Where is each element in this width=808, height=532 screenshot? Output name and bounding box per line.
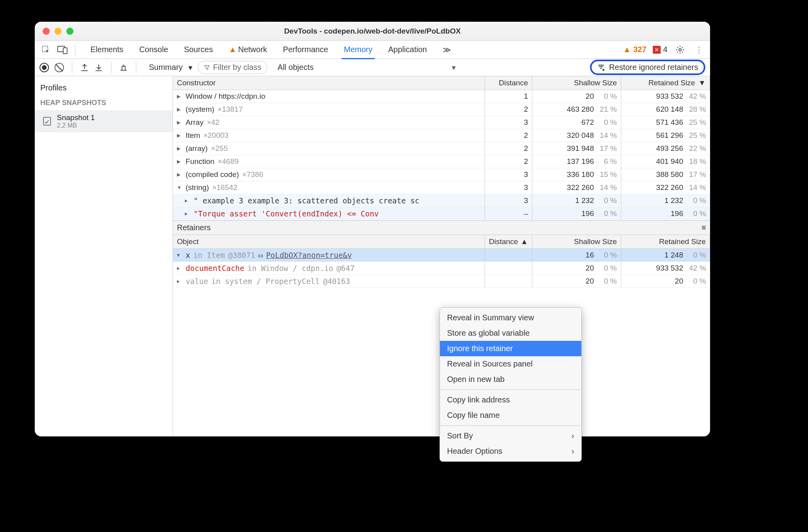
export-icon[interactable] — [80, 63, 89, 72]
toolbar-right: ▲327 ✕4 ⋮ — [623, 43, 705, 56]
chevron-right-icon: › — [571, 447, 574, 456]
col-retained-size[interactable]: Retained Size▼ — [621, 76, 710, 90]
panel-tabs: Elements Console Sources ▲Network Perfor… — [90, 41, 452, 58]
retainer-row[interactable]: ▼x in Item @38071 ▭ PoLdbOX?anon=true&v … — [173, 249, 710, 262]
context-menu: Reveal in Summary viewStore as global va… — [440, 307, 582, 462]
table-row[interactable]: ▶Array ×42 3 6720 % 571 43625 % — [173, 116, 710, 129]
view-dropdown[interactable]: Summary▾ — [149, 63, 192, 72]
restore-ignored-retainers-button[interactable]: Restore ignored retainers — [590, 60, 705, 75]
tab-network[interactable]: ▲Network — [228, 41, 268, 58]
col-shallow-size[interactable]: Shallow Size — [532, 235, 621, 248]
device-mode-icon[interactable] — [56, 43, 69, 56]
snapshot-size: 2.2 MB — [57, 122, 95, 129]
warning-icon: ▲ — [229, 45, 237, 54]
col-retained-size[interactable]: Retained Size — [621, 235, 710, 248]
col-shallow-size[interactable]: Shallow Size — [532, 76, 621, 90]
context-menu-item[interactable]: Ignore this retainer — [440, 341, 581, 356]
context-menu-item[interactable]: Store as global variable — [440, 325, 581, 341]
heap-snapshots-category: HEAP SNAPSHOTS — [35, 96, 173, 110]
filter-clear-icon — [597, 64, 605, 71]
panel-tabbar: Elements Console Sources ▲Network Perfor… — [35, 41, 710, 59]
gc-icon[interactable] — [119, 63, 128, 72]
context-menu-item[interactable]: Copy link address — [440, 392, 581, 408]
window-controls — [43, 28, 73, 35]
tab-application[interactable]: Application — [387, 41, 428, 58]
table-row[interactable]: ▶Item ×20003 2 320 04814 % 561 29625 % — [173, 129, 710, 142]
retainer-row[interactable]: ▶documentCache in Window / cdpn.io @647 … — [173, 262, 710, 275]
warning-count[interactable]: ▲327 — [623, 45, 646, 54]
svg-rect-4 — [43, 117, 51, 125]
more-tabs-button[interactable]: ≫ — [442, 41, 452, 58]
col-constructor[interactable]: Constructor — [173, 76, 485, 90]
chevron-right-icon: › — [571, 431, 574, 440]
snapshot-item[interactable]: Snapshot 1 2.2 MB — [35, 110, 173, 132]
menu-icon[interactable]: ≡ — [701, 223, 706, 232]
col-object[interactable]: Object — [173, 235, 485, 248]
separator — [72, 62, 72, 73]
error-count[interactable]: ✕4 — [653, 45, 667, 54]
col-distance[interactable]: Distance▲ — [485, 235, 532, 248]
inspect-icon[interactable] — [39, 43, 52, 56]
close-window-button[interactable] — [43, 28, 50, 35]
record-button[interactable] — [39, 63, 49, 72]
chevron-down-icon: ▾ — [452, 63, 456, 72]
filter-icon — [204, 64, 210, 71]
warning-icon: ▲ — [623, 45, 631, 54]
separator — [136, 62, 136, 73]
context-menu-item[interactable]: Reveal in Summary view — [440, 310, 581, 325]
retainers-header: Retainers ≡ — [173, 220, 710, 235]
memory-toolbar: Summary▾ Filter by class All objects ▾ R… — [35, 59, 710, 76]
error-icon: ✕ — [653, 46, 661, 54]
minimize-window-button[interactable] — [54, 28, 62, 35]
sort-asc-icon: ▲ — [521, 237, 528, 246]
svg-point-3 — [679, 49, 681, 51]
profiles-heading: Profiles — [35, 80, 173, 96]
context-menu-item[interactable]: Header Options› — [440, 444, 581, 459]
tab-sources[interactable]: Sources — [183, 41, 214, 58]
tab-console[interactable]: Console — [138, 41, 169, 58]
col-distance[interactable]: Distance — [485, 76, 532, 90]
tab-elements[interactable]: Elements — [90, 41, 124, 58]
context-menu-item[interactable]: Copy file name — [440, 408, 581, 423]
table-row[interactable]: ▼(string) ×16542 3 322 26014 % 322 26014… — [173, 181, 710, 194]
snapshot-name: Snapshot 1 — [57, 113, 95, 122]
svg-rect-2 — [63, 48, 67, 54]
separator — [75, 44, 75, 56]
class-filter-input[interactable]: Filter by class — [198, 61, 267, 74]
zoom-window-button[interactable] — [66, 28, 73, 35]
table-row[interactable]: ▶"Torque assert 'Convert(endIndex) <= Co… — [173, 207, 710, 220]
context-menu-item[interactable]: Sort By› — [440, 428, 581, 444]
tab-memory[interactable]: Memory — [343, 41, 373, 58]
retainers-table-header: Object Distance▲ Shallow Size Retained S… — [173, 235, 710, 249]
titlebar: DevTools - codepen.io/web-dot-dev/live/P… — [35, 22, 710, 41]
chevron-down-icon: ▾ — [188, 63, 192, 72]
table-row[interactable]: ▶" example 3 example 3: scattered object… — [173, 194, 710, 207]
context-menu-item[interactable]: Open in new tab — [440, 372, 581, 387]
retainer-row[interactable]: ▶value in system / PropertyCell @40163 2… — [173, 275, 710, 288]
table-row[interactable]: ▶(compiled code) ×7386 3 336 18015 % 388… — [173, 168, 710, 181]
snapshot-icon — [42, 116, 52, 126]
table-row[interactable]: ▶(array) ×255 2 391 94817 % 493 25622 % — [173, 142, 710, 155]
clear-button[interactable] — [54, 63, 64, 72]
separator — [111, 62, 111, 73]
sort-desc-icon: ▼ — [698, 79, 706, 87]
settings-icon[interactable] — [674, 43, 686, 56]
table-row[interactable]: ▶(system) ×13817 2 463 28021 % 620 14828… — [173, 103, 710, 116]
profiles-sidebar: Profiles HEAP SNAPSHOTS Snapshot 1 2.2 M… — [35, 76, 173, 436]
context-menu-item[interactable]: Reveal in Sources panel — [440, 356, 581, 372]
more-menu-icon[interactable]: ⋮ — [693, 43, 705, 56]
tab-performance[interactable]: Performance — [282, 41, 329, 58]
window-title: DevTools - codepen.io/web-dot-dev/live/P… — [35, 27, 710, 36]
table-row[interactable]: ▶Function ×4689 2 137 1966 % 401 94018 % — [173, 155, 710, 168]
window-icon: ▭ — [258, 251, 263, 259]
table-row[interactable]: ▶Window / https://cdpn.io 1 200 % 933 53… — [173, 90, 710, 103]
table-header: Constructor Distance Shallow Size Retain… — [173, 76, 710, 90]
import-icon[interactable] — [94, 63, 103, 72]
objects-dropdown[interactable]: All objects — [278, 63, 314, 72]
devtools-window: DevTools - codepen.io/web-dot-dev/live/P… — [35, 22, 710, 436]
